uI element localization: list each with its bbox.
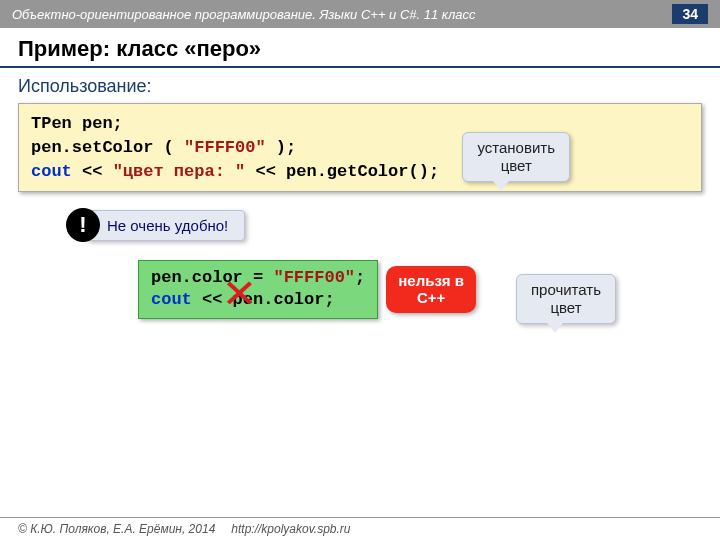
code-text: ); bbox=[266, 138, 297, 157]
code-block-alt: pen.color = "FFFF00"; cout << pen.color;… bbox=[138, 260, 378, 318]
code-text: ; bbox=[355, 268, 365, 287]
code-text: pen.color bbox=[151, 268, 243, 287]
code-line: cout << pen.color; bbox=[151, 289, 365, 311]
footer-url: http://kpolyakov.spb.ru bbox=[231, 522, 350, 536]
code-line: pen.color = "FFFF00"; bbox=[151, 267, 365, 289]
title-underline bbox=[0, 66, 720, 68]
code-block-usage: TPen pen; pen.setColor ( "FFFF00" ); cou… bbox=[18, 103, 702, 192]
code-text: = bbox=[243, 268, 274, 287]
code-line: TPen pen; bbox=[31, 112, 689, 136]
callout-tail-icon bbox=[547, 323, 563, 333]
footer: © К.Ю. Поляков, Е.А. Ерёмин, 2014 http:/… bbox=[0, 517, 720, 540]
code-line: pen.setColor ( "FFFF00" ); bbox=[31, 136, 689, 160]
course-title: Объектно-ориентированное программировани… bbox=[12, 7, 476, 22]
code-text: pen.setColor ( bbox=[31, 138, 184, 157]
callout-set-color: установить цвет bbox=[462, 132, 570, 182]
warning-row: ! Не очень удобно! bbox=[66, 208, 702, 242]
callout-set-text: установить цвет bbox=[477, 139, 555, 174]
code-string: "FFFF00" bbox=[184, 138, 266, 157]
green-code-row: pen.color = "FFFF00"; cout << pen.color;… bbox=[138, 260, 702, 318]
callout-tail-icon bbox=[493, 181, 509, 191]
code-line: cout << "цвет пера: " << pen.getColor(); bbox=[31, 160, 689, 184]
header-bar: Объектно-ориентированное программировани… bbox=[0, 0, 720, 28]
code-keyword: cout bbox=[151, 290, 192, 309]
page-title: Пример: класс «перо» bbox=[0, 28, 720, 66]
code-keyword: cout bbox=[31, 162, 72, 181]
page-number: 34 bbox=[672, 4, 708, 24]
code-string: "цвет пера: " bbox=[113, 162, 246, 181]
usage-label: Использование: bbox=[18, 76, 702, 97]
copyright-text: © К.Ю. Поляков, Е.А. Ерёмин, 2014 bbox=[18, 522, 215, 536]
code-text: << pen.color; bbox=[192, 290, 335, 309]
red-badge: нельзя в C++ bbox=[386, 266, 476, 313]
content-area: Использование: установить цвет TPen pen;… bbox=[0, 76, 720, 319]
code-string: "FFFF00" bbox=[273, 268, 355, 287]
code-text: TPen pen; bbox=[31, 114, 123, 133]
code-text: << bbox=[72, 162, 113, 181]
warning-text: Не очень удобно! bbox=[86, 210, 245, 241]
code-text: << pen.getColor(); bbox=[245, 162, 439, 181]
